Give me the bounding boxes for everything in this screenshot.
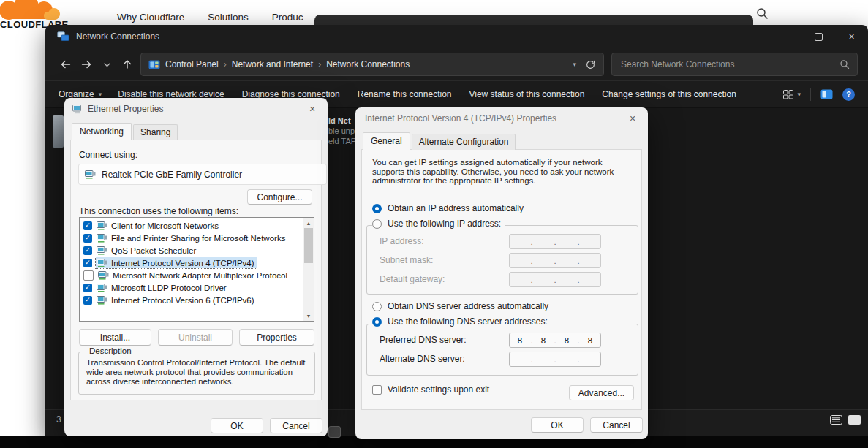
breadcrumb-item[interactable]: Control Panel <box>165 59 219 69</box>
alternate-dns-input[interactable]: ... <box>509 352 601 367</box>
page-search-icon[interactable] <box>756 7 769 20</box>
preferred-dns-input[interactable]: 8.8.8.8 <box>509 333 601 348</box>
connection-item-row[interactable]: ✓ Microsoft LLDP Protocol Driver <box>80 281 303 294</box>
ip-dot-separator: . <box>530 238 533 246</box>
navigation-toolbar: Control Panel›Network and Internet›Netwo… <box>45 48 868 80</box>
close-button[interactable]: × <box>835 25 868 48</box>
breadcrumb-item[interactable]: Network Connections <box>326 59 410 69</box>
back-button[interactable] <box>56 54 76 75</box>
item-checkbox-icon[interactable]: ✓ <box>83 246 92 255</box>
grid-view-icon <box>783 90 794 99</box>
item-checkbox-icon[interactable]: ✓ <box>83 296 92 305</box>
properties-button[interactable]: Properties <box>239 329 314 346</box>
validate-settings-checkbox[interactable]: Validate settings upon exit <box>372 384 489 395</box>
radio-icon[interactable] <box>372 219 382 229</box>
details-view-icon[interactable] <box>830 415 842 425</box>
advanced-button[interactable]: Advanced... <box>569 385 634 400</box>
tab-alternate-configuration[interactable]: Alternate Configuration <box>412 134 516 150</box>
radio-use-ip[interactable]: Use the following IP address: <box>372 219 505 229</box>
help-button[interactable]: ? <box>842 88 855 101</box>
ipv4-cancel-button[interactable]: Cancel <box>590 417 643 433</box>
divider <box>810 88 811 101</box>
connection-item-row[interactable]: ✓ Client for Microsoft Networks <box>80 219 303 232</box>
radio-icon[interactable] <box>372 302 382 311</box>
radio-icon[interactable] <box>372 204 382 213</box>
minimize-button[interactable] <box>769 25 802 48</box>
forward-button[interactable] <box>76 54 97 75</box>
connection-item-row[interactable]: ✓ QoS Packet Scheduler <box>80 244 303 257</box>
breadcrumb-separator-icon: › <box>224 59 227 69</box>
ip-octet[interactable]: 8 <box>533 336 554 345</box>
scroll-up-icon[interactable]: ▲ <box>303 218 314 228</box>
preview-pane-icon[interactable] <box>820 89 833 99</box>
network-component-icon <box>97 221 107 230</box>
ip-octet[interactable]: 8 <box>580 336 600 345</box>
minimize-icon <box>782 37 790 37</box>
item-checkbox-icon[interactable]: ✓ <box>83 259 92 267</box>
breadcrumb-item[interactable]: Network and Internet <box>232 59 313 69</box>
radio-obtain-ip[interactable]: Obtain an IP address automatically <box>372 203 528 213</box>
uninstall-button[interactable]: Uninstall <box>158 329 233 346</box>
ip-octet[interactable]: 8 <box>556 336 577 345</box>
item-label: File and Printer Sharing for Microsoft N… <box>111 234 285 243</box>
address-bar[interactable]: Control Panel›Network and Internet›Netwo… <box>140 53 604 76</box>
tab-networking[interactable]: Networking <box>72 123 132 140</box>
ethernet-cancel-button[interactable]: Cancel <box>270 418 322 433</box>
checkbox-icon[interactable] <box>372 385 382 395</box>
ipv4-ok-button[interactable]: OK <box>531 417 584 433</box>
item-checkbox-icon[interactable] <box>83 270 94 281</box>
search-input[interactable] <box>619 58 839 70</box>
item-checkbox-icon[interactable]: ✓ <box>83 284 92 292</box>
subnet-mask-input[interactable]: ... <box>509 253 601 268</box>
ipv4-dialog-titlebar[interactable]: Internet Protocol Version 4 (TCP/IPv4) P… <box>355 107 648 129</box>
radio-use-dns[interactable]: Use the following DNS server addresses: <box>372 316 552 327</box>
listbox-scrollbar[interactable]: ▲ ▼ <box>303 218 314 321</box>
clipped-adapter-text: ble unp <box>328 126 356 135</box>
view-options-button[interactable]: ▾ <box>783 90 801 99</box>
alternate-dns-label: Alternate DNS server: <box>380 354 465 364</box>
command-item[interactable]: View status of this connection <box>469 89 584 99</box>
ip-address-input[interactable]: ... <box>509 234 601 249</box>
close-icon[interactable]: × <box>300 100 325 118</box>
ip-dot-separator: . <box>554 238 556 246</box>
command-item[interactable]: Rename this connection <box>358 89 452 99</box>
tray-icon[interactable] <box>328 426 341 438</box>
adapter-row[interactable]: Realtek PCIe GbE Family Controller <box>78 164 327 185</box>
tab-sharing[interactable]: Sharing <box>133 124 178 140</box>
refresh-icon[interactable] <box>585 59 596 70</box>
search-box[interactable] <box>611 53 858 76</box>
scrollbar-thumb[interactable] <box>304 228 313 263</box>
nav-link[interactable]: Why Cloudflare <box>117 12 184 23</box>
maximize-button[interactable] <box>802 25 835 48</box>
radio-icon[interactable] <box>372 317 382 327</box>
explorer-titlebar[interactable]: Network Connections × <box>45 25 868 48</box>
connection-item-row[interactable]: ✓ Internet Protocol Version 4 (TCP/IPv4) <box>80 257 303 269</box>
connection-item-row[interactable]: ✓ File and Printer Sharing for Microsoft… <box>80 232 303 244</box>
item-label: Client for Microsoft Networks <box>111 221 219 230</box>
close-icon[interactable]: × <box>620 110 645 127</box>
radio-label: Obtain an IP address automatically <box>388 203 524 213</box>
item-checkbox-icon[interactable]: ✓ <box>83 221 92 230</box>
connection-items-listbox[interactable]: ✓ Client for Microsoft Networks✓ File an… <box>79 217 314 322</box>
ethernet-ok-button[interactable]: OK <box>211 418 263 433</box>
address-dropdown-icon[interactable]: ▾ <box>573 61 576 68</box>
recent-locations-button[interactable] <box>97 54 117 75</box>
ethernet-properties-dialog: Ethernet Properties × Networking Sharing… <box>64 98 328 436</box>
configure-button[interactable]: Configure... <box>247 189 312 205</box>
ip-octet[interactable]: 8 <box>510 336 530 345</box>
scroll-down-icon[interactable]: ▼ <box>303 311 314 321</box>
up-button[interactable] <box>117 54 137 75</box>
up-arrow-icon <box>121 58 133 70</box>
radio-obtain-dns[interactable]: Obtain DNS server address automatically <box>372 301 553 311</box>
connection-item-row[interactable]: Microsoft Network Adapter Multiplexor Pr… <box>80 269 303 281</box>
install-button[interactable]: Install... <box>79 329 151 346</box>
command-item[interactable]: Change settings of this connection <box>602 89 736 99</box>
default-gateway-input[interactable]: ... <box>509 272 601 287</box>
nav-link[interactable]: Produc <box>272 12 303 23</box>
thumbnail-view-icon[interactable] <box>848 415 861 425</box>
tab-general[interactable]: General <box>363 132 410 150</box>
ethernet-dialog-titlebar[interactable]: Ethernet Properties × <box>64 98 328 120</box>
nav-link[interactable]: Solutions <box>208 12 249 23</box>
item-checkbox-icon[interactable]: ✓ <box>83 234 92 243</box>
connection-item-row[interactable]: ✓ Internet Protocol Version 6 (TCP/IPv6) <box>80 294 303 306</box>
